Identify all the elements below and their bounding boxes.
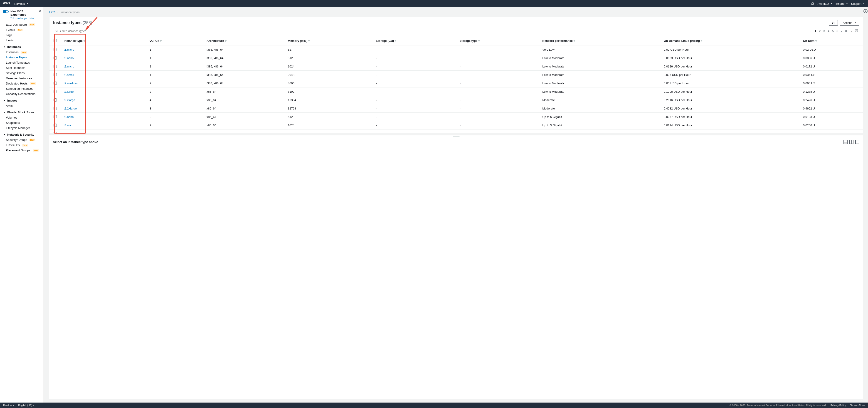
table-row[interactable]: t3.small2x86_642048--Up to 5 Gigabit0.02… [50, 129, 863, 133]
page-6[interactable]: 6 [836, 29, 838, 33]
sidebar-item-scheduled-instances[interactable]: Scheduled Instances [0, 86, 44, 91]
breadcrumb-root[interactable]: EC2 [49, 10, 55, 14]
settings-icon[interactable] [855, 29, 858, 33]
cell-instance-type[interactable]: t2.2xlarge [61, 104, 146, 113]
page-next[interactable]: › [851, 29, 852, 33]
row-checkbox[interactable] [50, 113, 61, 121]
sidebar-item-instance-types[interactable]: Instance Types [0, 55, 44, 60]
actions-button[interactable]: Actions [840, 20, 859, 26]
cell-instance-type[interactable]: t1.micro [61, 46, 146, 54]
row-checkbox[interactable] [50, 121, 61, 129]
table-row[interactable]: t2.micro1i386, x86_641024--Low to Modera… [50, 62, 863, 71]
sidebar-item-amis[interactable]: AMIs [0, 103, 44, 108]
language-menu[interactable]: English (US) [18, 404, 35, 407]
drag-handle[interactable] [49, 136, 863, 138]
page-2[interactable]: 2 [819, 29, 820, 33]
filter-input-wrap[interactable] [53, 28, 187, 34]
col-memory-mib-[interactable]: Memory (MiB)▽ [285, 36, 372, 46]
table-row[interactable]: t2.2xlarge8x86_6432768--Moderate0.4032 U… [50, 104, 863, 113]
cell-instance-type[interactable]: t2.micro [61, 62, 146, 71]
table-row[interactable]: t2.nano1i386, x86_64512--Low to Moderate… [50, 54, 863, 62]
cell-instance-type[interactable]: t2.xlarge [61, 96, 146, 104]
info-icon[interactable]: i [864, 9, 868, 13]
page-1[interactable]: 1 [815, 29, 816, 33]
cell-instance-type[interactable]: t2.nano [61, 54, 146, 62]
page-4[interactable]: 4 [828, 29, 829, 33]
cell-instance-type[interactable]: t2.medium [61, 79, 146, 87]
page-7[interactable]: 7 [841, 29, 842, 33]
aws-logo[interactable]: aws [3, 2, 10, 5]
table-row[interactable]: t2.xlarge4x86_6416384--Moderate0.2016 US… [50, 96, 863, 104]
refresh-button[interactable] [829, 20, 838, 26]
cell-instance-type[interactable]: t3.nano [61, 113, 146, 121]
row-checkbox[interactable] [50, 54, 61, 62]
sidebar-item-events[interactable]: EventsNew [0, 27, 44, 32]
filter-input[interactable] [60, 29, 185, 33]
new-experience-feedback-link[interactable]: Tell us what you think [10, 17, 34, 20]
sidebar-group-instances[interactable]: Instances [0, 43, 44, 50]
cell-instance-type[interactable]: t3.micro [61, 121, 146, 129]
row-checkbox[interactable] [50, 87, 61, 96]
table-row[interactable]: t2.medium2i386, x86_644096--Low to Moder… [50, 79, 863, 87]
notifications-icon[interactable] [811, 2, 814, 6]
col-storage-type[interactable]: Storage type▽ [456, 36, 539, 46]
sidebar-item-placement-groups[interactable]: Placement GroupsNew [0, 148, 44, 153]
row-checkbox[interactable] [50, 104, 61, 113]
layout-full-icon[interactable] [855, 140, 859, 144]
services-menu[interactable]: Services [13, 2, 28, 5]
row-checkbox[interactable] [50, 71, 61, 79]
sidebar-item-instances[interactable]: InstancesNew [0, 50, 44, 55]
page-3[interactable]: 3 [823, 29, 825, 33]
col-network-performance[interactable]: Network performance▽ [539, 36, 660, 46]
table-row[interactable]: t2.small1i386, x86_642048--Low to Modera… [50, 71, 863, 79]
col-on-dem[interactable]: On-Dem▽ [800, 36, 863, 46]
col-vcpus[interactable]: vCPUs▽ [146, 36, 204, 46]
feedback-link[interactable]: Feedback [3, 404, 14, 407]
sidebar-item-elastic-ips[interactable]: Elastic IPsNew [0, 142, 44, 148]
sidebar-item-limits[interactable]: Limits [0, 38, 44, 43]
sidebar-item-launch-templates[interactable]: Launch Templates [0, 60, 44, 65]
terms-link[interactable]: Terms of Use [850, 404, 865, 407]
sidebar-item-lifecycle-manager[interactable]: Lifecycle Manager [0, 125, 44, 130]
region-menu[interactable]: Ireland [836, 2, 848, 5]
row-checkbox[interactable] [50, 79, 61, 87]
sidebar-group-images[interactable]: Images [0, 96, 44, 103]
cell-instance-type[interactable]: t2.large [61, 87, 146, 96]
support-menu[interactable]: Support [851, 2, 865, 5]
sidebar-item-tags[interactable]: Tags [0, 32, 44, 38]
sidebar-item-spot-requests[interactable]: Spot Requests [0, 65, 44, 70]
sidebar-group-elastic-block-store[interactable]: Elastic Block Store [0, 108, 44, 115]
sidebar-item-capacity-reservations[interactable]: Capacity Reservations [0, 91, 44, 96]
cell-instance-type[interactable]: t3.small [61, 129, 146, 133]
table-row[interactable]: t1.micro1i386, x86_64627--Very Low0.02 U… [50, 46, 863, 54]
page-5[interactable]: 5 [832, 29, 834, 33]
sidebar-item-ec2-dashboard[interactable]: EC2 DashboardNew [0, 22, 44, 27]
page-8[interactable]: 8 [845, 29, 847, 33]
sidebar-group-network-security[interactable]: Network & Security [0, 130, 44, 137]
table-row[interactable]: t2.large2x86_648192--Low to Moderate0.10… [50, 87, 863, 96]
layout-bottom-icon[interactable] [843, 140, 847, 144]
col-storage-gb-[interactable]: Storage (GB)▽ [372, 36, 456, 46]
cell-instance-type[interactable]: t2.small [61, 71, 146, 79]
select-all-header[interactable] [50, 36, 61, 46]
row-checkbox[interactable] [50, 129, 61, 133]
new-experience-toggle[interactable] [3, 10, 9, 13]
layout-side-icon[interactable] [849, 140, 854, 144]
close-icon[interactable]: × [39, 9, 41, 12]
table-row[interactable]: t3.micro2x86_641024--Up to 5 Gigabit0.01… [50, 121, 863, 129]
sidebar-item-snapshots[interactable]: Snapshots [0, 120, 44, 125]
table-row[interactable]: t3.nano2x86_64512--Up to 5 Gigabit0.0057… [50, 113, 863, 121]
sidebar-item-security-groups[interactable]: Security GroupsNew [0, 137, 44, 142]
sidebar-item-savings-plans[interactable]: Savings Plans [0, 70, 44, 76]
col-instance-type[interactable]: Instance type▽ [61, 36, 146, 46]
row-checkbox[interactable] [50, 46, 61, 54]
row-checkbox[interactable] [50, 62, 61, 71]
sidebar-item-reserved-instances[interactable]: Reserved Instances [0, 76, 44, 81]
account-menu[interactable]: Aveek22 [817, 2, 832, 5]
privacy-link[interactable]: Privacy Policy [831, 404, 846, 407]
col-architecture[interactable]: Architecture▽ [204, 36, 285, 46]
row-checkbox[interactable] [50, 96, 61, 104]
page-prev[interactable]: ‹ [809, 29, 810, 33]
sidebar-item-dedicated-hosts[interactable]: Dedicated HostsNew [0, 81, 44, 86]
sidebar-item-volumes[interactable]: Volumes [0, 115, 44, 120]
